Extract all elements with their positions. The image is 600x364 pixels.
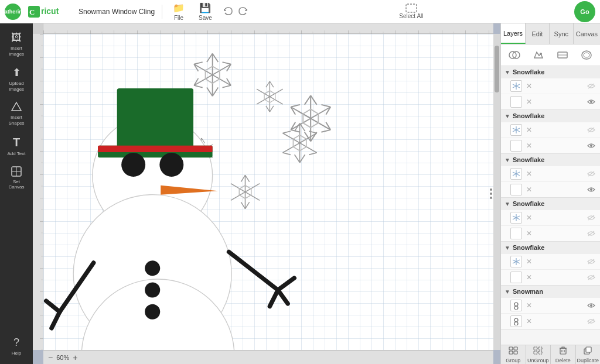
svg-line-74 xyxy=(321,130,330,132)
layer-thumbnail xyxy=(510,96,522,108)
canvas-collapse-handle[interactable] xyxy=(490,188,492,199)
upload-images-icon: ⬆ xyxy=(12,66,21,79)
layer-visibility-toggle[interactable] xyxy=(586,300,596,311)
svg-point-101 xyxy=(540,53,542,55)
svg-point-132 xyxy=(514,318,518,322)
layer-row: ✕ xyxy=(501,94,600,109)
svg-line-34 xyxy=(270,81,274,87)
layer-delete-icon[interactable]: ✕ xyxy=(524,185,534,194)
layer-thumbnail xyxy=(510,140,522,152)
layer-group-header-snowflake-5[interactable]: ▼ Snowflake xyxy=(501,242,600,253)
layer-group-header-snowman[interactable]: ▼ Snowman xyxy=(501,286,600,297)
layer-delete-icon[interactable]: ✕ xyxy=(524,125,534,135)
svg-point-96 xyxy=(145,260,160,276)
save-button[interactable]: 💾 Save xyxy=(195,1,216,22)
attach-icon xyxy=(532,50,545,60)
tab-edit[interactable]: Edit xyxy=(526,23,550,44)
zoom-out-button[interactable]: − xyxy=(48,353,53,362)
layer-thumbnail xyxy=(510,300,522,311)
panel-tools xyxy=(501,44,600,66)
layer-delete-icon[interactable]: ✕ xyxy=(524,301,534,310)
insert-shapes-icon xyxy=(11,101,22,113)
group-icon xyxy=(509,346,518,356)
sidebar-item-insert-images[interactable]: 🖼 InsertImages xyxy=(0,28,33,60)
layer-group-header-snowflake-1[interactable]: ▼ Snowflake xyxy=(501,66,600,78)
canvas-grid[interactable] xyxy=(43,34,500,350)
canvas-wrapper[interactable] xyxy=(43,34,500,350)
layer-visibility-toggle[interactable] xyxy=(586,97,596,107)
tab-canvas[interactable]: Canvas xyxy=(574,23,600,44)
layer-group-header-snowflake-3[interactable]: ▼ Snowflake xyxy=(501,154,600,166)
layer-visibility-toggle[interactable] xyxy=(586,316,596,327)
layer-delete-icon[interactable]: ✕ xyxy=(524,229,534,238)
layer-visibility-toggle[interactable] xyxy=(586,272,596,283)
eye-hidden-icon xyxy=(587,127,595,133)
undo-icon[interactable] xyxy=(223,6,234,18)
layer-visibility-toggle[interactable] xyxy=(586,228,596,239)
layer-delete-icon[interactable]: ✕ xyxy=(524,81,534,91)
sidebar-item-help[interactable]: ? Help xyxy=(0,333,33,359)
svg-line-60 xyxy=(245,175,249,181)
layer-visibility-toggle[interactable] xyxy=(586,140,596,151)
layer-delete-icon[interactable]: ✕ xyxy=(524,213,534,222)
go-button[interactable]: Go xyxy=(574,1,595,22)
sidebar-item-set-canvas[interactable]: SetCanvas xyxy=(0,162,33,194)
layer-delete-icon[interactable]: ✕ xyxy=(524,257,534,266)
svg-line-47 xyxy=(283,153,291,154)
layer-row: ✕ xyxy=(501,138,600,153)
duplicate-button[interactable]: Duplicate xyxy=(576,345,601,364)
ungroup-button[interactable]: UnGroup xyxy=(526,345,551,364)
layer-delete-icon[interactable]: ✕ xyxy=(524,169,534,178)
canvas-scrollbar[interactable] xyxy=(493,34,500,350)
weld-tool[interactable] xyxy=(503,47,525,63)
snowflake-thumb-icon xyxy=(512,126,520,134)
layer-visibility-toggle[interactable] xyxy=(586,184,596,195)
sidebar-item-add-text[interactable]: T Add Text xyxy=(0,132,33,160)
layer-thumbnail xyxy=(510,80,522,92)
ruler-left xyxy=(33,34,43,350)
eye-hidden-icon xyxy=(587,215,595,221)
svg-line-18 xyxy=(213,54,219,63)
layer-delete-icon[interactable]: ✕ xyxy=(524,141,534,150)
tab-sync[interactable]: Sync xyxy=(550,23,574,44)
layer-delete-icon[interactable]: ✕ xyxy=(524,273,534,282)
zoom-in-button[interactable]: + xyxy=(73,353,77,362)
layer-group-header-snowflake-4[interactable]: ▼ Snowflake xyxy=(501,198,600,210)
chevron-icon: ▼ xyxy=(504,245,510,251)
group-button[interactable]: Group xyxy=(501,345,526,364)
canvas-area: − 60% + xyxy=(33,23,500,364)
layer-thumbnail xyxy=(510,124,522,136)
chevron-icon: ▼ xyxy=(504,201,510,207)
layer-delete-icon[interactable]: ✕ xyxy=(524,97,534,107)
file-menu[interactable]: 📁 File xyxy=(169,1,188,22)
user-avatar[interactable]: Katherine xyxy=(5,4,21,20)
contour-tool[interactable] xyxy=(576,47,598,63)
layer-visibility-toggle[interactable] xyxy=(586,169,596,179)
layer-thumbnail xyxy=(510,168,522,180)
layer-visibility-toggle[interactable] xyxy=(586,212,596,223)
redo-icon[interactable] xyxy=(237,6,248,18)
svg-point-133 xyxy=(514,322,518,325)
layer-row: ✕ xyxy=(501,78,600,94)
layer-visibility-toggle[interactable] xyxy=(586,125,596,135)
layer-delete-icon[interactable]: ✕ xyxy=(524,317,534,326)
flatten-tool[interactable] xyxy=(552,47,574,63)
layer-row: ✕ xyxy=(501,166,600,181)
svg-rect-135 xyxy=(509,347,513,350)
select-all-button[interactable]: Select All xyxy=(394,2,428,20)
project-name: Snowman Window Cling xyxy=(79,8,155,16)
svg-line-44 xyxy=(300,154,305,162)
layer-group-header-snowflake-2[interactable]: ▼ Snowflake xyxy=(501,110,600,122)
duplicate-icon xyxy=(584,346,592,356)
layer-visibility-toggle[interactable] xyxy=(586,81,596,91)
attach-tool[interactable] xyxy=(527,47,549,63)
add-text-icon: T xyxy=(13,136,20,149)
delete-button[interactable]: Delete xyxy=(551,345,576,364)
toolbar-center: Select All xyxy=(255,2,567,20)
tab-layers[interactable]: Layers xyxy=(501,23,526,44)
layer-visibility-toggle[interactable] xyxy=(586,256,596,267)
svg-text:C: C xyxy=(29,8,35,16)
weld-icon xyxy=(508,50,521,60)
sidebar-item-upload-images[interactable]: ⬆ UploadImages xyxy=(0,63,33,95)
sidebar-item-insert-shapes[interactable]: InsertShapes xyxy=(0,98,33,129)
